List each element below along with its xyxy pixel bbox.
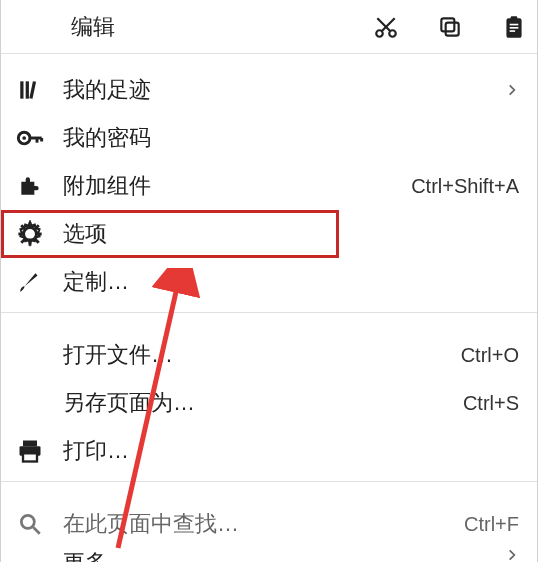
svg-rect-10 — [510, 30, 515, 32]
library-icon — [15, 77, 45, 103]
puzzle-icon — [15, 173, 45, 199]
svg-rect-8 — [510, 23, 519, 25]
menu-item-more[interactable]: 更多 — [1, 548, 537, 562]
svg-line-27 — [21, 239, 25, 243]
svg-rect-12 — [26, 81, 29, 98]
menu-item-open-file[interactable]: 打开文件… Ctrl+O — [1, 331, 537, 379]
menu-item-label: 附加组件 — [63, 171, 151, 201]
menu-item-print[interactable]: 打印… — [1, 427, 537, 475]
menu-item-save-as[interactable]: 另存页面为… Ctrl+S — [1, 379, 537, 427]
svg-line-33 — [33, 527, 40, 534]
svg-point-19 — [27, 231, 34, 238]
chevron-right-icon — [505, 83, 519, 97]
svg-rect-31 — [23, 453, 37, 461]
menu-item-label: 打开文件… — [63, 340, 173, 370]
shortcut-text: Ctrl+F — [464, 513, 519, 536]
shortcut-text: Ctrl+Shift+A — [411, 175, 519, 198]
firefox-hamburger-menu: 编辑 — [0, 0, 538, 562]
menu-item-customize[interactable]: 定制… — [1, 258, 537, 306]
chevron-right-icon — [505, 548, 519, 562]
menu-item-passwords[interactable]: 我的密码 — [1, 114, 537, 162]
gear-icon — [15, 220, 45, 248]
shortcut-text: Ctrl+O — [461, 344, 519, 367]
key-icon — [15, 124, 45, 152]
menu-item-addons[interactable]: 附加组件 Ctrl+Shift+A — [1, 162, 537, 210]
separator — [1, 481, 537, 482]
menu-item-label: 选项 — [63, 219, 107, 249]
svg-rect-4 — [446, 22, 459, 35]
svg-rect-11 — [20, 81, 23, 98]
menu-item-label: 更多 — [63, 548, 107, 562]
svg-rect-13 — [29, 81, 36, 99]
svg-rect-7 — [511, 16, 518, 20]
paintbrush-icon — [15, 269, 45, 295]
paste-icon[interactable] — [499, 14, 529, 40]
menu-item-find[interactable]: 在此页面中查找… Ctrl+F — [1, 500, 537, 548]
print-icon — [15, 437, 45, 465]
cut-icon[interactable] — [371, 14, 401, 40]
svg-rect-9 — [510, 27, 519, 29]
shortcut-text: Ctrl+S — [463, 392, 519, 415]
menu-item-label: 另存页面为… — [63, 388, 195, 418]
separator — [1, 312, 537, 313]
menu-item-label: 我的足迹 — [63, 75, 151, 105]
svg-point-15 — [22, 136, 26, 140]
menu-item-label: 打印… — [63, 436, 129, 466]
copy-icon[interactable] — [435, 14, 465, 40]
svg-point-32 — [21, 515, 34, 528]
svg-rect-29 — [23, 441, 37, 447]
menu-item-label: 在此页面中查找… — [63, 509, 239, 539]
menu-item-label: 我的密码 — [63, 123, 151, 153]
search-icon — [15, 511, 45, 537]
menu-item-label: 定制… — [63, 267, 129, 297]
svg-line-26 — [35, 239, 39, 243]
menu-edit-row: 编辑 — [1, 0, 537, 54]
menu-item-options[interactable]: 选项 — [1, 210, 339, 258]
svg-rect-5 — [441, 18, 454, 31]
menu-item-library[interactable]: 我的足迹 — [1, 66, 537, 114]
edit-label: 编辑 — [71, 12, 115, 42]
